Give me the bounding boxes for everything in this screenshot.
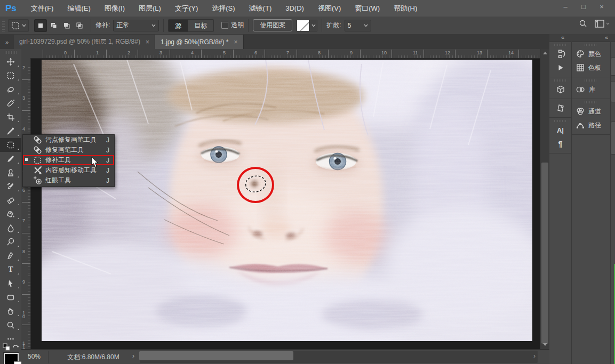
collapse-panels-icon[interactable]: «: [605, 34, 608, 41]
3d-panel-icon[interactable]: [549, 83, 571, 96]
maximize-button[interactable]: □: [574, 0, 593, 13]
move-tool[interactable]: [0, 55, 21, 69]
patch-tool[interactable]: [0, 138, 21, 152]
subtract-selection-mode-button[interactable]: [61, 20, 73, 31]
tool-preset-picker[interactable]: [8, 19, 29, 32]
pen-tool[interactable]: [0, 249, 21, 263]
panel-grip[interactable]: [554, 79, 567, 82]
panel-grip[interactable]: [554, 44, 567, 46]
crop-tool[interactable]: [0, 110, 21, 124]
menu-item[interactable]: 帮助(H): [387, 0, 424, 17]
type-tool[interactable]: T: [0, 263, 21, 277]
menu-item[interactable]: 文字(Y): [168, 0, 205, 17]
eraser-tool[interactable]: [0, 193, 21, 207]
menu-item[interactable]: 视图(V): [311, 0, 348, 17]
blur-tool[interactable]: [0, 221, 21, 235]
paragraph-panel-icon[interactable]: ¶: [549, 137, 571, 151]
path-selection-tool[interactable]: [0, 277, 21, 290]
history-brush-tool[interactable]: [0, 180, 21, 193]
add-selection-mode-button[interactable]: [48, 20, 60, 31]
paint-bucket-tool[interactable]: [0, 207, 21, 221]
rectangular-marquee-tool[interactable]: [0, 69, 21, 83]
search-icon[interactable]: [579, 19, 587, 28]
artboard-panel-icon[interactable]: [549, 101, 571, 115]
channels-panel-tab[interactable]: 通道: [572, 104, 610, 118]
photo-girl-winter-portrait[interactable]: [42, 60, 532, 341]
hand-tool[interactable]: [0, 304, 21, 318]
collapse-panels-icon[interactable]: «: [561, 34, 564, 41]
lasso-tool[interactable]: [0, 83, 21, 96]
default-colors-icon[interactable]: [3, 343, 10, 351]
panel-grip[interactable]: [585, 101, 597, 103]
dock-edge-tab[interactable]: [611, 58, 615, 76]
pattern-swatch[interactable]: [297, 20, 309, 31]
scroll-down-arrow-icon[interactable]: [543, 343, 547, 346]
patch-mode-dropdown[interactable]: 正常: [113, 20, 159, 31]
menu-item[interactable]: 图层(L): [132, 0, 168, 17]
panel-grip[interactable]: [585, 44, 597, 46]
swap-colors-icon[interactable]: [12, 343, 20, 350]
paths-panel-tab[interactable]: 路径: [572, 118, 610, 132]
document-tab-1-jpg[interactable]: 1.jpg @ 50%(RGB/8#) * ×: [155, 35, 244, 49]
menu-item[interactable]: 窗口(W): [348, 0, 387, 17]
horizontal-scrollbar-thumb[interactable]: [139, 351, 293, 360]
history-panel-icon[interactable]: [549, 47, 571, 61]
quick-selection-tool[interactable]: [0, 96, 21, 110]
clone-stamp-tool[interactable]: [0, 166, 21, 180]
menu-item[interactable]: 编辑(E): [60, 0, 97, 17]
close-button[interactable]: ×: [593, 0, 611, 13]
libraries-panel-tab[interactable]: 库: [572, 83, 610, 96]
new-selection-mode-button[interactable]: [34, 19, 47, 32]
vertical-scrollbar[interactable]: [540, 49, 549, 349]
options-grip[interactable]: [2, 20, 5, 31]
menu-item[interactable]: 滤镜(T): [242, 0, 279, 17]
flyout-item-red-eye-tool[interactable]: 红眼工具 J: [23, 175, 114, 185]
horizontal-ruler[interactable]: 0123456789101112131415: [30, 49, 540, 59]
vertical-ruler[interactable]: 234567891011: [21, 58, 31, 349]
flyout-item-content-aware-move[interactable]: 内容感知移动工具 J: [23, 165, 114, 175]
toolbar-grip[interactable]: [5, 51, 17, 54]
actions-panel-icon[interactable]: [549, 61, 571, 75]
character-panel-icon[interactable]: A|: [549, 123, 571, 137]
close-icon[interactable]: ×: [234, 38, 238, 46]
eyedropper-tool[interactable]: [0, 124, 21, 138]
use-pattern-button[interactable]: 使用图案: [253, 19, 292, 31]
dock-edge-tab[interactable]: [611, 81, 615, 102]
zoom-tool[interactable]: [0, 318, 21, 332]
flyout-item-patch-tool[interactable]: 修补工具 J: [23, 155, 114, 165]
scroll-right-arrow-icon[interactable]: ›: [533, 352, 536, 360]
swatches-panel-tab[interactable]: 色板: [572, 61, 610, 75]
target-button[interactable]: 目标: [188, 20, 213, 31]
pattern-picker-chevron[interactable]: [309, 20, 317, 31]
scroll-up-arrow-icon[interactable]: [543, 52, 547, 54]
close-icon[interactable]: ×: [146, 38, 149, 46]
panel-grip[interactable]: [554, 120, 567, 122]
shape-tool[interactable]: [0, 290, 21, 304]
document-tab-strip: » girl-1039729.psd @ 50% (图层 1, RGB/8#) …: [0, 34, 549, 49]
source-button[interactable]: 源: [169, 20, 188, 31]
color-panel-tab[interactable]: 颜色: [572, 47, 610, 61]
menu-item[interactable]: 选择(S): [205, 0, 242, 17]
transparent-checkbox[interactable]: [221, 22, 228, 29]
dock-edge-tab[interactable]: [611, 122, 615, 155]
toolbar-double-arrow-icon[interactable]: »: [0, 35, 14, 49]
vertical-scrollbar-thumb[interactable]: [541, 163, 548, 344]
brush-tool[interactable]: [0, 152, 21, 166]
menu-item[interactable]: 3D(D): [278, 0, 311, 17]
document-tab-girl-psd[interactable]: girl-1039729.psd @ 50% (图层 1, RGB/8#) ×: [14, 35, 155, 49]
minimize-button[interactable]: –: [556, 0, 574, 13]
ruler-origin-corner[interactable]: [21, 49, 31, 59]
dodge-tool[interactable]: [0, 235, 21, 249]
play-icon: [556, 63, 565, 72]
workspace-switcher[interactable]: [595, 20, 610, 28]
status-expand-icon[interactable]: ›: [132, 352, 134, 360]
menu-item[interactable]: 图像(I): [98, 0, 132, 17]
panel-grip[interactable]: [585, 79, 597, 82]
intersect-selection-mode-button[interactable]: [74, 20, 85, 31]
menu-item[interactable]: 文件(F): [24, 0, 61, 17]
zoom-level-field[interactable]: 50%: [28, 353, 41, 360]
diffusion-dropdown[interactable]: 5: [345, 20, 371, 31]
background-color-swatch[interactable]: [14, 361, 22, 364]
flyout-item-healing-brush[interactable]: 修复画笔工具 J: [23, 145, 114, 155]
flyout-item-spot-healing-brush[interactable]: 污点修复画笔工具 J: [23, 135, 114, 145]
